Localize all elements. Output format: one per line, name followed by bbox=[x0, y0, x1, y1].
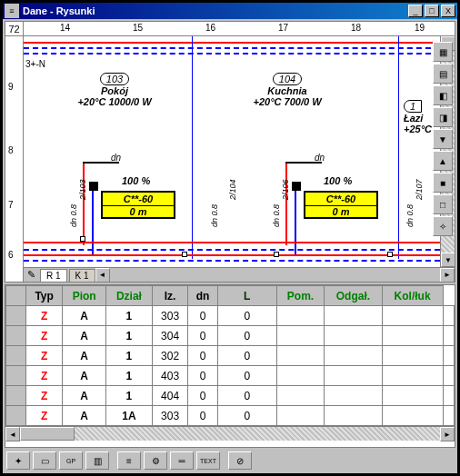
table-cell[interactable] bbox=[276, 366, 324, 386]
close-button[interactable]: X bbox=[441, 5, 455, 17]
tool-palette-2[interactable]: ▤ bbox=[433, 64, 453, 84]
table-cell[interactable]: 304 bbox=[152, 326, 188, 346]
sheet-tab[interactable]: R 1 bbox=[40, 269, 67, 282]
table-cell[interactable]: Z bbox=[26, 326, 63, 346]
table-cell[interactable] bbox=[382, 366, 443, 386]
table-cell[interactable] bbox=[443, 406, 454, 426]
data-table[interactable]: Typ Pion Dział Iz. dn L Pom. Odgał. Kol/… bbox=[5, 285, 455, 426]
table-cell[interactable] bbox=[382, 406, 443, 426]
table-cell[interactable] bbox=[325, 406, 382, 426]
tool-tab-gp[interactable]: GP bbox=[59, 451, 83, 470]
scroll-thumb[interactable] bbox=[20, 427, 75, 441]
col-kolluk[interactable]: Kol/łuk bbox=[382, 286, 443, 306]
table-cell[interactable]: A bbox=[63, 306, 106, 326]
table-cell[interactable]: Z bbox=[26, 306, 63, 326]
table-cell[interactable]: 1 bbox=[106, 386, 153, 406]
tool-align[interactable]: ≡ bbox=[117, 451, 141, 470]
row-header[interactable] bbox=[6, 366, 26, 386]
table-cell[interactable]: A bbox=[63, 386, 106, 406]
table-cell[interactable] bbox=[325, 326, 382, 346]
tool-palette-3[interactable]: ◧ bbox=[433, 85, 453, 105]
tool-palette-9[interactable]: ✧ bbox=[433, 216, 453, 236]
table-cell[interactable] bbox=[276, 326, 324, 346]
table-cell[interactable] bbox=[443, 306, 454, 326]
table-cell[interactable] bbox=[325, 346, 382, 366]
col-pion[interactable]: Pion bbox=[63, 286, 106, 306]
table-cell[interactable] bbox=[325, 366, 382, 386]
table-cell[interactable] bbox=[443, 346, 454, 366]
table-cell[interactable]: 1 bbox=[106, 346, 153, 366]
radiator[interactable]: C**-60 0 m bbox=[304, 191, 378, 219]
table-cell[interactable]: 1 bbox=[106, 366, 153, 386]
table-cell[interactable]: Z bbox=[26, 386, 63, 406]
table-cell[interactable] bbox=[382, 326, 443, 346]
tool-palette-1[interactable]: ▦ bbox=[433, 42, 453, 62]
table-cell[interactable]: Z bbox=[26, 366, 63, 386]
table-cell[interactable]: A bbox=[63, 366, 106, 386]
scroll-track[interactable] bbox=[75, 427, 440, 441]
break-handle[interactable] bbox=[387, 252, 393, 257]
table-cell[interactable] bbox=[443, 386, 454, 406]
table-cell[interactable] bbox=[325, 306, 382, 326]
break-handle[interactable] bbox=[182, 252, 187, 257]
tool-palette-6[interactable]: ▲ bbox=[433, 151, 453, 171]
sheet-icon[interactable]: ✎ bbox=[24, 269, 38, 282]
table-cell[interactable]: 0 bbox=[217, 326, 276, 346]
row-header[interactable] bbox=[6, 386, 26, 406]
tool-tab-layers[interactable]: ▭ bbox=[33, 451, 56, 470]
tool-tab-properties[interactable]: ✦ bbox=[6, 451, 30, 470]
col-dzial[interactable]: Dział bbox=[106, 286, 153, 306]
scroll-right-button[interactable]: ► bbox=[440, 427, 455, 441]
table-cell[interactable] bbox=[443, 366, 454, 386]
scroll-left-button[interactable]: ◄ bbox=[95, 268, 110, 283]
table-row[interactable]: ZA130200 bbox=[6, 346, 455, 366]
row-header[interactable] bbox=[6, 326, 26, 346]
table-cell[interactable] bbox=[325, 386, 382, 406]
tool-tab-view[interactable]: ▥ bbox=[85, 451, 109, 470]
tool-nosign[interactable]: ⊘ bbox=[228, 451, 252, 470]
table-cell[interactable]: 1A bbox=[106, 406, 153, 426]
table-cell[interactable]: 0 bbox=[217, 366, 276, 386]
col-dn[interactable]: dn bbox=[188, 286, 217, 306]
table-cell[interactable]: 0 bbox=[188, 386, 217, 406]
table-cell[interactable]: 0 bbox=[217, 406, 276, 426]
table-cell[interactable]: A bbox=[63, 346, 106, 366]
table-cell[interactable]: 1 bbox=[106, 306, 153, 326]
table-cell[interactable] bbox=[382, 386, 443, 406]
ruler-corner[interactable]: 72 bbox=[5, 22, 24, 35]
table-cell[interactable]: 0 bbox=[188, 366, 217, 386]
table-cell[interactable]: 0 bbox=[188, 326, 217, 346]
col-l[interactable]: L bbox=[217, 286, 276, 306]
tool-text[interactable]: TEXT bbox=[196, 451, 220, 470]
table-cell[interactable] bbox=[276, 386, 324, 406]
row-header[interactable] bbox=[6, 306, 26, 326]
table-row[interactable]: ZA140400 bbox=[6, 386, 455, 406]
col-typ[interactable]: Typ bbox=[26, 286, 63, 306]
row-header[interactable] bbox=[6, 406, 26, 426]
maximize-button[interactable]: □ bbox=[425, 5, 439, 17]
vertical-ruler[interactable]: 9 8 7 6 bbox=[5, 36, 24, 282]
table-cell[interactable]: 302 bbox=[152, 346, 188, 366]
table-cell[interactable]: 303 bbox=[152, 406, 188, 426]
table-cell[interactable]: 0 bbox=[188, 406, 217, 426]
tool-fittings[interactable]: ⚙ bbox=[144, 451, 167, 470]
table-cell[interactable]: 0 bbox=[188, 346, 217, 366]
table-cell[interactable]: 0 bbox=[188, 306, 217, 326]
tool-pipes[interactable]: ═ bbox=[170, 451, 194, 470]
horizontal-ruler[interactable]: 72 14 15 16 17 18 19 bbox=[5, 22, 455, 36]
scroll-left-button[interactable]: ◄ bbox=[5, 427, 20, 441]
radiator[interactable]: C**-60 0 m bbox=[101, 191, 175, 219]
table-row[interactable]: ZA1A30300 bbox=[6, 406, 455, 426]
tool-palette-7[interactable]: ■ bbox=[433, 173, 453, 193]
table-cell[interactable]: 0 bbox=[217, 386, 276, 406]
table-row[interactable]: ZA130400 bbox=[6, 326, 455, 346]
tool-palette-8[interactable]: □ bbox=[433, 194, 453, 214]
table-cell[interactable]: 0 bbox=[217, 306, 276, 326]
table-cell[interactable] bbox=[382, 306, 443, 326]
scroll-down-button[interactable]: ▼ bbox=[441, 253, 455, 267]
row-header[interactable] bbox=[6, 346, 26, 366]
table-cell[interactable]: 403 bbox=[152, 366, 188, 386]
table-cell[interactable]: 303 bbox=[152, 306, 188, 326]
table-cell[interactable] bbox=[276, 306, 324, 326]
tool-palette-5[interactable]: ▼ bbox=[433, 129, 453, 149]
